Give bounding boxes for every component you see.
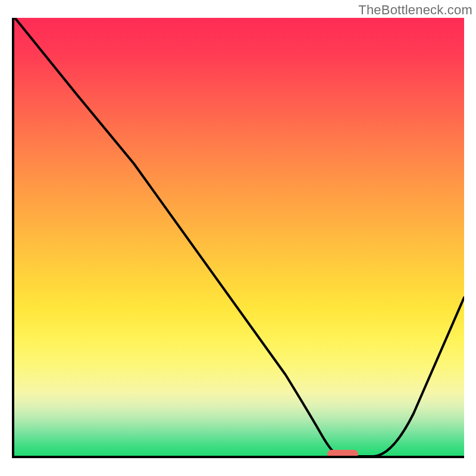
plot-area <box>12 18 464 458</box>
x-axis <box>12 456 464 458</box>
y-axis <box>12 18 14 458</box>
bottleneck-curve <box>15 18 464 456</box>
chart-container: TheBottleneck.com <box>0 0 476 476</box>
watermark-text: TheBottleneck.com <box>358 2 472 18</box>
curve-svg <box>12 18 464 458</box>
